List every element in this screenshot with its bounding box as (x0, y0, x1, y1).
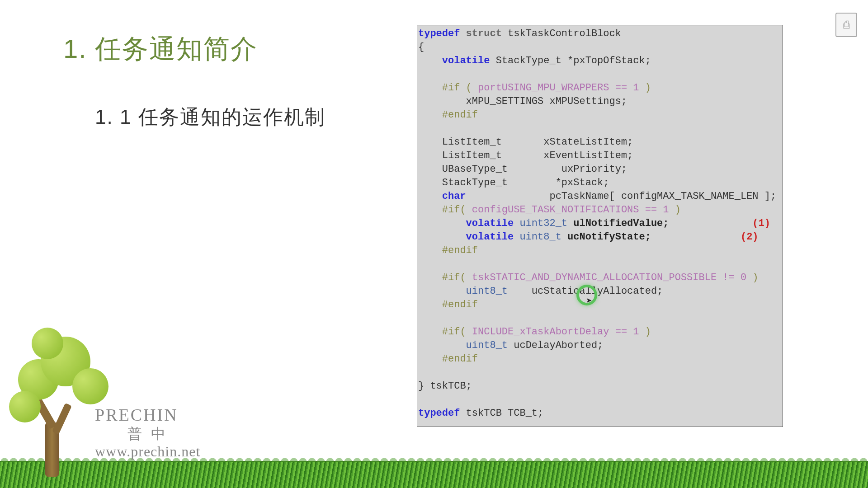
type-uint8: uint8_t (514, 231, 561, 243)
brand-chinese: 普 中 (95, 425, 200, 442)
code-bold: ulNotifiedValue; (567, 218, 669, 229)
brand-url: www.prechin.net (95, 443, 200, 460)
subsection-heading: 1. 1 任务通知的运作机制 (95, 104, 326, 131)
grass-decoration (0, 461, 868, 488)
pre-endif: #endif (418, 109, 478, 121)
pre-close: ) (639, 326, 651, 338)
code-text: xMPU_SETTINGS xMPUSettings; (418, 96, 627, 107)
code-text: UBaseType_t uxPriority; (418, 164, 627, 175)
type-uint8: uint8_t (418, 340, 508, 351)
pre-close: ) (746, 272, 758, 283)
pre-if: #if( (418, 204, 472, 216)
kw-volatile: volatile (418, 55, 490, 66)
kw-typedef: typedef (418, 28, 460, 39)
cond-text: configUSE_TASK_NOTIFICATIONS == 1 (472, 204, 669, 216)
code-text: StackType_t *pxTopOfStack; (490, 55, 651, 66)
kw-struct: struct (460, 28, 501, 39)
annotation-2: (2) (651, 231, 759, 243)
code-text: ListItem_t xEventListItem; (418, 150, 633, 161)
code-text: tskTaskControlBlock (502, 28, 621, 39)
pre-endif: #endif (418, 299, 478, 310)
brand-block: PRECHIN 普 中 www.prechin.net (95, 405, 200, 460)
display-mode-icon[interactable]: ⎙ (835, 13, 857, 37)
pre-if: #if( (418, 272, 472, 283)
pre-endif: #endif (418, 245, 478, 256)
code-text: StackType_t *pxStack; (418, 177, 609, 188)
code-text: pcTaskName[ configMAX_TASK_NAME_LEN ]; (466, 191, 777, 202)
code-text: ucDelayAborted; (508, 340, 603, 351)
cond-text: portUSING_MPU_WRAPPERS == 1 (478, 82, 639, 94)
code-bold: ucNotifyState; (561, 231, 651, 243)
type-uint32: uint32_t (514, 218, 567, 229)
kw-volatile: volatile (418, 218, 514, 229)
code-text: tskTCB TCB_t; (460, 408, 543, 419)
pre-endif: #endif (418, 353, 478, 365)
code-text: ListItem_t xStateListItem; (418, 136, 633, 148)
cond-text: tskSTATIC_AND_DYNAMIC_ALLOCATION_POSSIBL… (472, 272, 746, 283)
section-heading: 1. 任务通知简介 (63, 32, 258, 67)
cond-text: INCLUDE_xTaskAbortDelay == 1 (472, 326, 639, 338)
pre-close: ) (669, 204, 681, 216)
code-text: } tskTCB; (418, 380, 472, 392)
pre-close: ) (639, 82, 651, 94)
code-text: { (418, 42, 424, 53)
type-uint8: uint8_t (418, 286, 508, 297)
pre-if: #if ( (418, 82, 478, 94)
code-snippet-panel: typedef struct tskTaskControlBlock { vol… (417, 25, 783, 427)
pre-if: #if( (418, 326, 472, 338)
kw-typedef: typedef (418, 408, 460, 419)
brand-english: PRECHIN (95, 405, 200, 426)
kw-volatile: volatile (418, 231, 514, 243)
code-text: ucStaticallyAllocated; (508, 286, 663, 297)
annotation-1: (1) (669, 218, 770, 229)
kw-char: char (418, 191, 466, 202)
